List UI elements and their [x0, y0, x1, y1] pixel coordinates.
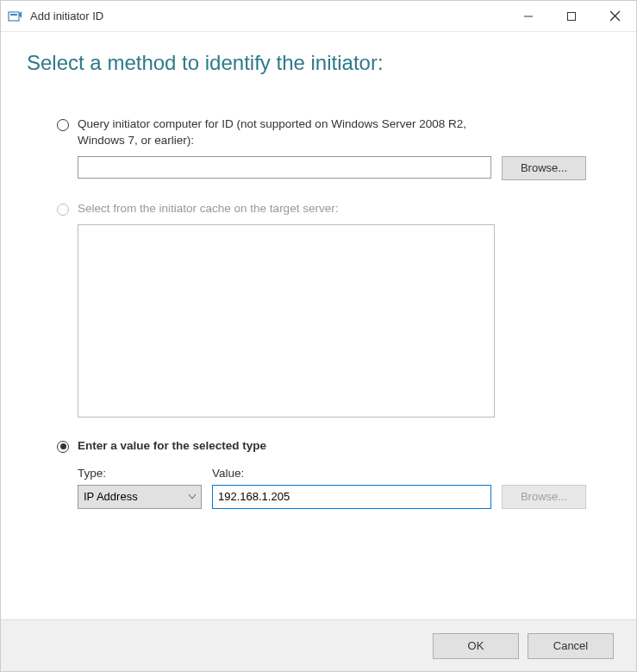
type-label: Type: — [78, 467, 212, 480]
option-cache-label: Select from the initiator cache on the t… — [78, 201, 338, 217]
option-cache: Select from the initiator cache on the t… — [27, 201, 610, 217]
option-query-label: Query initiator computer for ID (not sup… — [78, 116, 491, 149]
type-value-row: IP Address Browse... — [27, 485, 610, 509]
query-field-row: Browse... — [27, 156, 610, 180]
titlebar: Add initiator ID — [1, 1, 636, 32]
chevron-down-icon — [189, 492, 196, 501]
type-selected-text: IP Address — [84, 490, 138, 503]
dialog-footer: OK Cancel — [1, 619, 636, 671]
svg-rect-1 — [10, 14, 17, 16]
browse-query-button[interactable]: Browse... — [502, 156, 586, 180]
query-computer-input[interactable] — [78, 156, 491, 179]
dialog-content: Select a method to identify the initiato… — [1, 32, 636, 526]
window-title: Add initiator ID — [30, 9, 507, 22]
option-query[interactable]: Query initiator computer for ID (not sup… — [27, 116, 610, 149]
cache-field-row — [27, 224, 610, 418]
cancel-button[interactable]: Cancel — [528, 633, 614, 659]
ok-button[interactable]: OK — [433, 633, 519, 659]
close-button[interactable] — [593, 1, 636, 31]
option-enter[interactable]: Enter a value for the selected type — [27, 438, 610, 455]
page-heading: Select a method to identify the initiato… — [27, 51, 610, 75]
radio-cache — [57, 204, 69, 216]
value-label: Value: — [212, 467, 244, 480]
svg-rect-0 — [9, 12, 19, 21]
option-enter-label: Enter a value for the selected type — [78, 438, 266, 455]
window-controls — [507, 1, 636, 31]
type-value-labels: Type: Value: — [27, 467, 610, 480]
radio-query[interactable] — [57, 119, 69, 131]
svg-rect-3 — [568, 12, 576, 20]
type-select[interactable]: IP Address — [78, 485, 202, 509]
browse-value-button: Browse... — [502, 485, 586, 509]
value-input[interactable] — [212, 485, 491, 509]
minimize-button[interactable] — [507, 1, 550, 31]
radio-enter[interactable] — [57, 441, 69, 453]
app-icon — [8, 9, 23, 24]
initiator-cache-listbox — [78, 224, 495, 418]
maximize-button[interactable] — [550, 1, 593, 31]
